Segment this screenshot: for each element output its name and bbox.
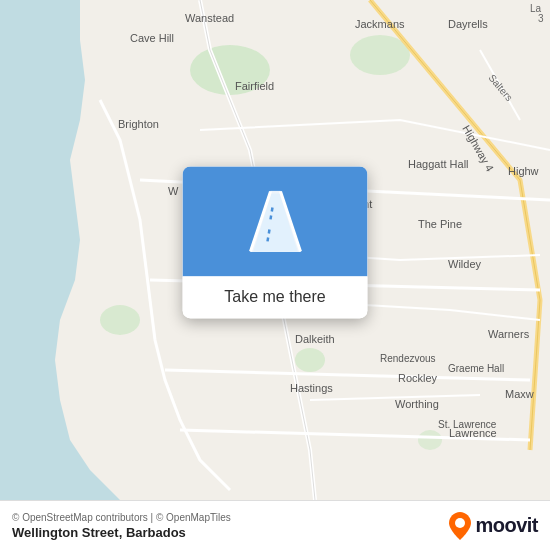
svg-text:Wanstead: Wanstead: [185, 12, 234, 24]
svg-text:Jackmans: Jackmans: [355, 18, 405, 30]
svg-text:Lawrence: Lawrence: [449, 427, 497, 439]
svg-text:The Pine: The Pine: [418, 218, 462, 230]
svg-text:Worthing: Worthing: [395, 398, 439, 410]
svg-text:Rockley: Rockley: [398, 372, 438, 384]
svg-text:W: W: [168, 185, 179, 197]
svg-text:Graeme Hall: Graeme Hall: [448, 363, 504, 374]
svg-point-4: [295, 348, 325, 372]
attribution-text: © OpenStreetMap contributors | © OpenMap…: [12, 512, 231, 523]
road-icon: [235, 181, 315, 261]
svg-text:Highw: Highw: [508, 165, 539, 177]
moovit-logo[interactable]: moovit: [449, 512, 538, 540]
svg-text:3: 3: [538, 13, 544, 24]
svg-text:Dalkeith: Dalkeith: [295, 333, 335, 345]
svg-text:Rendezvous: Rendezvous: [380, 353, 436, 364]
moovit-pin-icon: [449, 512, 471, 540]
location-text: Wellington Street, Barbados: [12, 525, 231, 540]
svg-point-5: [418, 430, 442, 450]
moovit-brand-text: moovit: [475, 514, 538, 537]
card-icon-area: [183, 166, 368, 276]
take-me-there-button[interactable]: Take me there: [183, 276, 368, 318]
svg-text:Fairfield: Fairfield: [235, 80, 274, 92]
svg-point-3: [100, 305, 140, 335]
svg-text:Haggatt Hall: Haggatt Hall: [408, 158, 469, 170]
footer-bar: © OpenStreetMap contributors | © OpenMap…: [0, 500, 550, 550]
svg-text:Hastings: Hastings: [290, 382, 333, 394]
svg-text:Cave Hill: Cave Hill: [130, 32, 174, 44]
map-container: Cave Hill Wanstead Jackmans Dayrells Fai…: [0, 0, 550, 500]
svg-text:Dayrells: Dayrells: [448, 18, 488, 30]
svg-text:Maxw: Maxw: [505, 388, 534, 400]
footer-left: © OpenStreetMap contributors | © OpenMap…: [12, 512, 231, 540]
svg-point-38: [455, 518, 465, 528]
svg-text:Brighton: Brighton: [118, 118, 159, 130]
svg-text:Wildey: Wildey: [448, 258, 482, 270]
navigation-card: Take me there: [183, 166, 368, 318]
svg-text:Warners: Warners: [488, 328, 530, 340]
